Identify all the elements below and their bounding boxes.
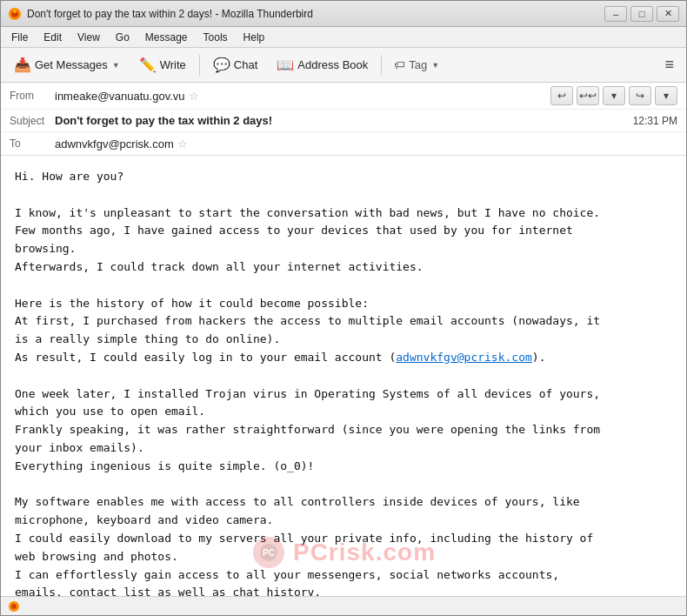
menu-view[interactable]: View <box>70 30 107 45</box>
email-link[interactable]: adwnvkfgv@pcrisk.com <box>396 351 532 364</box>
subject-label: Subject <box>10 115 55 127</box>
toolbar-separator-1 <box>199 55 200 76</box>
write-icon: ✏️ <box>139 57 157 73</box>
address-book-button[interactable]: 📖 Address Book <box>269 52 376 77</box>
menu-edit[interactable]: Edit <box>37 30 69 45</box>
minimize-button[interactable]: – <box>604 6 627 22</box>
from-value: inmeake@vanuatu.gov.vu ☆ <box>55 90 550 103</box>
menu-go[interactable]: Go <box>109 30 137 45</box>
close-button[interactable]: ✕ <box>657 6 679 22</box>
from-label: From <box>10 90 55 102</box>
get-messages-icon: 📥 <box>14 57 31 73</box>
svg-point-2 <box>13 10 17 13</box>
email-body[interactable]: Hi. How are you? I know, it's unpleasant… <box>1 156 686 596</box>
write-label: Write <box>160 58 186 71</box>
menu-bar: File Edit View Go Message Tools Help <box>1 27 686 48</box>
title-bar: Don't forget to pay the tax within 2 day… <box>1 1 686 27</box>
to-star-icon[interactable]: ☆ <box>177 137 188 151</box>
to-label: To <box>10 137 55 150</box>
to-row: To adwnvkfgv@pcrisk.com ☆ <box>1 132 686 155</box>
app-icon <box>8 7 22 21</box>
more-actions-button[interactable]: ▾ <box>655 86 677 105</box>
tag-icon: 🏷 <box>394 58 405 71</box>
get-messages-button[interactable]: 📥 Get Messages ▼ <box>6 52 128 77</box>
email-actions: ↩ ↩↩ ▾ ↪ ▾ <box>550 86 677 105</box>
to-value: adwnvkfgv@pcrisk.com ☆ <box>55 137 188 151</box>
maximize-button[interactable]: □ <box>630 6 653 22</box>
hamburger-menu-button[interactable]: ≡ <box>657 52 681 77</box>
chat-label: Chat <box>234 58 257 71</box>
tag-label: Tag <box>409 58 427 71</box>
tag-button[interactable]: 🏷 Tag ▼ <box>387 55 446 75</box>
menu-message[interactable]: Message <box>138 30 195 45</box>
body-para-1: Hi. How are you? I know, it's unpleasant… <box>15 170 614 596</box>
address-book-icon: 📖 <box>277 57 294 73</box>
to-address: adwnvkfgv@pcrisk.com <box>55 137 174 151</box>
window-controls: – □ ✕ <box>604 6 679 22</box>
chat-icon: 💬 <box>213 57 230 73</box>
get-messages-dropdown-arrow: ▼ <box>112 61 120 70</box>
menu-tools[interactable]: Tools <box>197 30 235 45</box>
window-title: Don't forget to pay the tax within 2 day… <box>27 8 604 20</box>
chat-button[interactable]: 💬 Chat <box>205 52 265 77</box>
email-header: From inmeake@vanuatu.gov.vu ☆ ↩ ↩↩ ▾ ↪ ▾… <box>1 83 686 156</box>
from-address: inmeake@vanuatu.gov.vu <box>55 90 185 103</box>
main-window: Don't forget to pay the tax within 2 day… <box>0 0 687 616</box>
reply-all-button[interactable]: ↩↩ <box>577 86 599 105</box>
status-bar <box>1 596 686 615</box>
tag-dropdown-arrow: ▼ <box>431 61 439 70</box>
menu-help[interactable]: Help <box>237 30 272 45</box>
email-body-container: Hi. How are you? I know, it's unpleasant… <box>1 156 686 596</box>
from-row: From inmeake@vanuatu.gov.vu ☆ ↩ ↩↩ ▾ ↪ ▾ <box>1 83 686 110</box>
subject-row: Subject Don't forget to pay the tax with… <box>1 110 686 132</box>
address-book-label: Address Book <box>297 58 368 71</box>
toolbar-separator-2 <box>381 55 382 76</box>
email-timestamp: 12:31 PM <box>633 115 677 127</box>
get-messages-label: Get Messages <box>35 58 108 71</box>
forward-button[interactable]: ↪ <box>629 86 651 105</box>
svg-point-7 <box>11 604 17 609</box>
status-icon <box>8 600 20 613</box>
subject-value: Don't forget to pay the tax within 2 day… <box>55 114 626 127</box>
menu-file[interactable]: File <box>4 30 35 45</box>
action-dropdown-button[interactable]: ▾ <box>603 86 625 105</box>
toolbar: 📥 Get Messages ▼ ✏️ Write 💬 Chat 📖 Addre… <box>1 48 686 83</box>
write-button[interactable]: ✏️ Write <box>131 52 194 77</box>
reply-button[interactable]: ↩ <box>550 86 573 105</box>
from-star-icon[interactable]: ☆ <box>189 90 199 103</box>
